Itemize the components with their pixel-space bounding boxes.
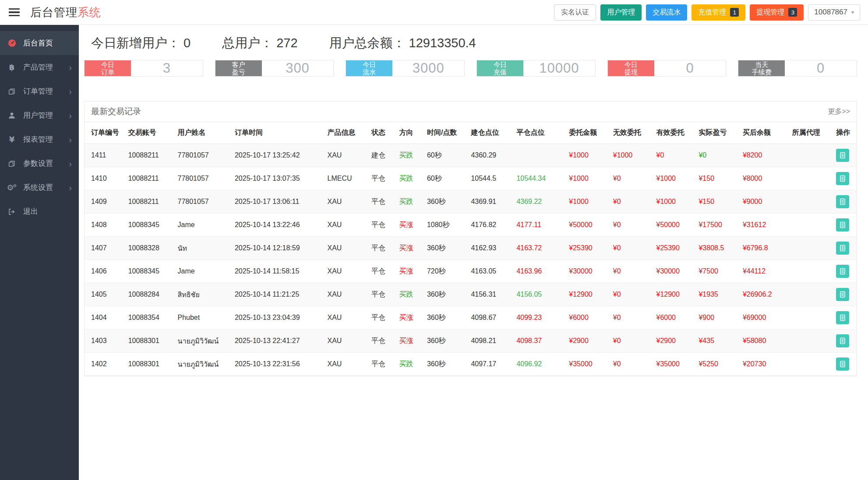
cell-product: XAU <box>324 260 368 283</box>
cell-valid: ¥1000 <box>653 190 695 214</box>
order-detail-button[interactable] <box>836 195 849 208</box>
column-header: 所属代理 <box>789 122 833 144</box>
cell-invalid: ¥0 <box>610 214 653 237</box>
cell-entrust: ¥25390 <box>565 237 609 260</box>
trade-flow-button[interactable]: 交易流水 <box>646 4 687 21</box>
more-link[interactable]: 更多>> <box>828 107 850 116</box>
cell-order-no: 1404 <box>85 306 125 329</box>
cell-order-no: 1409 <box>85 190 125 214</box>
cell-valid: ¥25390 <box>653 237 695 260</box>
cell-time: 2025-10-14 12:18:59 <box>231 237 324 260</box>
sidebar-item-system[interactable]: ⚙⚙系统设置› <box>0 175 79 200</box>
chevron-right-icon: › <box>69 135 72 144</box>
cell-balance: ¥69000 <box>739 306 789 329</box>
cell-product: XAU <box>324 353 368 376</box>
cell-balance: ¥31612 <box>739 214 789 237</box>
cell-product: XAU <box>324 190 368 214</box>
cell-status: 建仓 <box>368 144 395 167</box>
sidebar-item-logout-label: 退出 <box>23 207 38 217</box>
cell-balance: ¥9000 <box>739 190 789 214</box>
cell-balance: ¥44112 <box>739 260 789 283</box>
user-manage-button[interactable]: 用户管理 <box>600 4 642 21</box>
cell-duration: 360秒 <box>423 237 467 260</box>
cell-valid: ¥0 <box>653 144 695 167</box>
table-row: 140510088284สิทธิชัย2025-10-14 11:21:25X… <box>85 283 857 306</box>
account-dropdown[interactable]: 10087867 ▾ <box>808 4 860 21</box>
menu-toggle-button[interactable] <box>8 5 21 20</box>
column-header: 无效委托 <box>610 122 653 144</box>
trades-table: 订单编号交易账号用户姓名订单时间产品信息状态方向时间/点数建仓点位平仓点位委托金… <box>85 122 857 376</box>
order-detail-button[interactable] <box>836 311 849 324</box>
sidebar-item-home[interactable]: 后台首页 <box>0 31 79 55</box>
cell-open-point: 4369.91 <box>467 190 513 214</box>
cell-direction: 买涨 <box>395 214 423 237</box>
badge-today-flow: 今日流水3000 <box>346 60 465 77</box>
cell-time: 2025-10-13 22:41:27 <box>231 329 324 353</box>
cell-valid: ¥35000 <box>653 353 695 376</box>
order-detail-button[interactable] <box>836 218 849 231</box>
column-header: 产品信息 <box>324 122 368 144</box>
badge-today-orders-value: 3 <box>131 60 203 76</box>
cell-open-point: 4163.05 <box>467 260 513 283</box>
topbar: 后台管理系统 实名认证用户管理交易流水充值管理1提现管理3 10087867 ▾ <box>0 0 868 25</box>
column-header: 时间/点数 <box>423 122 467 144</box>
cell-profit: ¥17500 <box>695 214 739 237</box>
cell-time: 2025-10-14 13:22:46 <box>231 214 324 237</box>
cell-duration: 360秒 <box>423 329 467 353</box>
order-detail-button[interactable] <box>836 357 849 371</box>
cell-profit: ¥1935 <box>695 283 739 306</box>
sidebar-item-logout[interactable]: 退出 <box>0 200 79 224</box>
badge-customer-pnl: 客户盈亏300 <box>215 60 334 77</box>
cell-invalid: ¥0 <box>610 237 653 260</box>
sidebar-item-orders[interactable]: 订单管理› <box>0 79 79 103</box>
orders-icon <box>7 88 17 95</box>
stat-total-balance-value: 12913350.4 <box>409 36 476 50</box>
table-row: 141110088211778010572025-10-17 13:25:42X… <box>85 144 857 167</box>
table-row: 140410088354Phubet2025-10-13 23:04:39XAU… <box>85 306 857 329</box>
order-detail-button[interactable] <box>836 288 849 301</box>
panel-title: 最新交易记录 <box>91 106 141 117</box>
cell-duration: 360秒 <box>423 283 467 306</box>
account-number: 10087867 <box>814 8 847 17</box>
order-detail-button[interactable] <box>836 149 849 162</box>
sidebar-item-params[interactable]: 参数设置› <box>0 151 79 175</box>
cell-agent <box>789 329 833 353</box>
badge-today-orders: 今日订单3 <box>84 60 203 77</box>
op-cell <box>833 260 857 283</box>
cell-profit: ¥3808.5 <box>695 237 739 260</box>
column-header: 有效委托 <box>653 122 695 144</box>
table-body: 141110088211778010572025-10-17 13:25:42X… <box>85 144 857 376</box>
app-title-primary: 后台管理 <box>30 6 78 19</box>
cell-status: 平仓 <box>368 190 395 214</box>
column-header: 委托金额 <box>565 122 609 144</box>
stat-total-users-value: 272 <box>276 36 297 50</box>
cell-profit: ¥150 <box>695 190 739 214</box>
cell-time: 2025-10-13 22:31:56 <box>231 353 324 376</box>
op-cell <box>833 190 857 214</box>
notification-badge: 3 <box>788 8 797 17</box>
cell-direction: 买跌 <box>395 283 423 306</box>
order-detail-button[interactable] <box>836 265 849 278</box>
sidebar-item-users[interactable]: 用户管理› <box>0 103 79 127</box>
recharge-manage-button[interactable]: 充值管理1 <box>692 4 745 21</box>
sidebar-item-users-label: 用户管理 <box>23 110 53 120</box>
cell-account: 10088284 <box>125 283 174 306</box>
realname-auth-button[interactable]: 实名认证 <box>554 4 596 21</box>
sidebar-item-reports[interactable]: ¥报表管理› <box>0 127 79 151</box>
cell-agent <box>789 353 833 376</box>
cell-username: 77801057 <box>174 144 231 167</box>
admin-dashboard: 后台管理系统 实名认证用户管理交易流水充值管理1提现管理3 10087867 ▾… <box>0 0 868 480</box>
order-detail-button[interactable] <box>836 242 849 255</box>
order-detail-button[interactable] <box>836 334 849 347</box>
badge-today-recharge-label: 今日充值 <box>477 60 523 76</box>
cell-profit: ¥900 <box>695 306 739 329</box>
withdraw-manage-button[interactable]: 提现管理3 <box>750 4 804 21</box>
cell-invalid: ¥0 <box>610 353 653 376</box>
cell-order-no: 1405 <box>85 283 125 306</box>
column-header: 实际盈亏 <box>695 122 739 144</box>
cell-username: Phubet <box>174 306 231 329</box>
cell-username: นายภูมิวิวัฒน์ <box>174 353 231 376</box>
sidebar-item-products[interactable]: ฿产品管理› <box>0 55 79 79</box>
cell-balance: ¥8000 <box>739 167 789 190</box>
order-detail-button[interactable] <box>836 172 849 185</box>
